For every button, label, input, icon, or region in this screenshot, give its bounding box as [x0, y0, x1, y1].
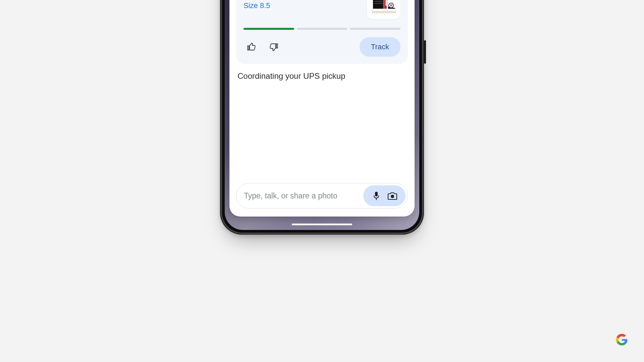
composer-actions [363, 185, 406, 206]
composer-placeholder: Type, talk, or share a photo [244, 191, 359, 200]
product-image [367, 0, 400, 19]
progress-seg-1 [244, 28, 294, 30]
svg-rect-6 [383, 0, 386, 9]
product-size: Size 8.5 [244, 1, 361, 10]
progress-seg-3 [350, 28, 400, 30]
product-row: Chuck 70 Archival Stripes Size 8.5 [244, 0, 400, 19]
svg-point-10 [391, 195, 394, 198]
camera-icon [387, 191, 397, 200]
return-card: Return started with Converse Chuck 70 Ar… [236, 0, 408, 64]
thumbs-up-button[interactable] [244, 39, 260, 55]
track-button[interactable]: Track [360, 37, 400, 57]
thumbs-down-icon [269, 42, 278, 52]
thumbs-up-icon [247, 42, 256, 52]
assistant-sheet: Google Workspace [229, 0, 415, 217]
status-line: Coordinating your UPS pickup [236, 70, 408, 81]
track-label: Track [371, 43, 389, 51]
camera-button[interactable] [387, 191, 397, 201]
thumbs-down-button[interactable] [266, 39, 282, 55]
card-actions: Track [244, 37, 400, 57]
svg-rect-9 [375, 192, 378, 196]
phone-frame: Google Workspace [220, 0, 424, 235]
progress-bar [244, 28, 400, 30]
composer[interactable]: Type, talk, or share a photo [236, 183, 408, 208]
google-logo [616, 334, 628, 346]
mic-button[interactable] [371, 191, 381, 201]
mic-icon [372, 191, 380, 200]
phone-screen: Google Workspace [225, 0, 419, 230]
svg-rect-7 [386, 0, 388, 9]
home-indicator[interactable] [292, 224, 352, 225]
svg-rect-5 [372, 9, 396, 11]
progress-seg-2 [297, 28, 347, 30]
